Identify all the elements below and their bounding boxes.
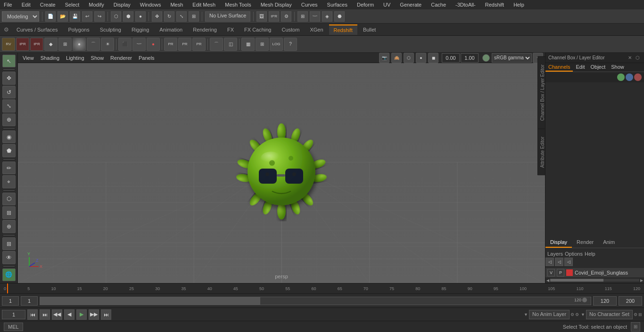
snap-grid-btn[interactable]: ⊞	[297, 11, 308, 22]
layer-color-swatch[interactable]	[566, 269, 573, 276]
transport-prev-frame[interactable]: ◀	[64, 309, 74, 320]
layer-v-btn[interactable]: V	[547, 269, 555, 276]
rs-render-btn[interactable]: RV	[2, 38, 15, 51]
char-set-arrow[interactable]: ▼	[581, 312, 585, 317]
layers-options-btn[interactable]: Options	[565, 251, 583, 257]
tab-animation[interactable]: Animation	[155, 24, 187, 34]
show-hide-btn[interactable]: 👁	[2, 251, 16, 264]
scale-tool[interactable]: ⤡	[2, 99, 16, 112]
menu-mesh-tools[interactable]: Mesh Tools	[223, 1, 253, 8]
render-view-btn[interactable]: 🖼	[256, 11, 267, 22]
layer-add-anim-btn[interactable]: ◁	[555, 258, 563, 266]
vt-lighting[interactable]: Lighting	[63, 54, 87, 62]
vt-panels[interactable]: Panels	[136, 54, 157, 62]
vtab-attribute-editor[interactable]: Attribute Editor	[538, 129, 545, 175]
rp-close-btn[interactable]: ✕	[627, 55, 633, 61]
menu-create[interactable]: Create	[38, 1, 58, 8]
snap-btn[interactable]: ⊞	[2, 206, 16, 219]
select-btn[interactable]: ⬡	[111, 11, 121, 22]
anim-layer-label[interactable]: No Anim Layer	[529, 310, 570, 319]
anim-layer-options[interactable]: ⚙	[575, 312, 579, 317]
rp-scroll-left-btn[interactable]: ◀	[546, 278, 549, 283]
tab-sculpting[interactable]: Sculpting	[95, 24, 126, 34]
transport-step-back[interactable]: ⏭	[40, 309, 50, 320]
tab-fx[interactable]: FX	[223, 24, 239, 34]
end-frame-input[interactable]	[593, 296, 617, 306]
layer-p-btn[interactable]: P	[557, 269, 564, 276]
transport-prev-key[interactable]: ◀◀	[52, 309, 62, 320]
start-frame-input[interactable]	[2, 296, 19, 306]
tab-rendering[interactable]: Rendering	[188, 24, 222, 34]
vt-wireframe-btn[interactable]: ⬡	[404, 53, 414, 63]
live-surface-btn[interactable]: No Live Surface	[205, 11, 250, 22]
transform-btn[interactable]: ⊞	[189, 11, 199, 22]
move-btn[interactable]: ✥	[152, 11, 162, 22]
menu-windows[interactable]: Windows	[138, 1, 163, 8]
rs-ipr2-btn[interactable]: IPR	[30, 38, 43, 51]
tab-bullet[interactable]: Bullet	[358, 24, 381, 34]
render-seq-btn[interactable]: ⚙	[281, 11, 291, 22]
paint-btn[interactable]: ●	[135, 11, 146, 22]
rotation-field[interactable]	[442, 53, 460, 63]
menu-generate[interactable]: Generate	[398, 1, 423, 8]
vt-show[interactable]: Show	[88, 54, 107, 62]
scale-btn[interactable]: ⤡	[176, 11, 187, 22]
vt-smooth-btn[interactable]: ●	[416, 53, 426, 63]
open-scene-btn[interactable]: 📂	[58, 11, 68, 22]
paint-tool[interactable]: ✏	[2, 162, 16, 174]
range-end-input[interactable]	[619, 296, 642, 306]
tab-xgen[interactable]: XGen	[305, 24, 328, 34]
language-selector[interactable]: MEL	[4, 323, 23, 331]
tab-polygons[interactable]: Polygons	[63, 24, 94, 34]
menu-mesh-display[interactable]: Mesh Display	[259, 1, 294, 8]
vtab-channel-box[interactable]: Channel Box / Layer Editor	[538, 57, 545, 129]
color-space-select[interactable]: sRGB gamma	[492, 53, 532, 63]
menu-edit-mesh[interactable]: Edit Mesh	[190, 1, 217, 8]
rs-wave-btn[interactable]: 〰	[132, 38, 146, 51]
select-region-btn[interactable]: ⬡	[2, 193, 16, 205]
rs-aov-btn[interactable]: ◫	[224, 38, 237, 51]
menu-deform[interactable]: Deform	[355, 1, 376, 8]
menu-cache[interactable]: Cache	[429, 1, 448, 8]
snap-curve-btn[interactable]: 〰	[310, 11, 320, 22]
rs-circle-btn[interactable]: ●	[147, 38, 160, 51]
rs-pr1-btn[interactable]: PR	[164, 38, 177, 51]
menu-uv[interactable]: UV	[381, 1, 392, 8]
rs-node1-btn[interactable]: ▦	[241, 38, 255, 51]
menu-redshift[interactable]: Redshift	[483, 1, 506, 8]
rotate-btn[interactable]: ↻	[164, 11, 174, 22]
snap-surface-btn[interactable]: ⬣	[334, 11, 345, 22]
rs-cube-btn[interactable]: ⬛	[118, 38, 132, 51]
move-tool[interactable]: ✥	[2, 72, 16, 84]
menu-file[interactable]: File	[2, 1, 14, 8]
layers-help-btn[interactable]: Help	[585, 251, 595, 257]
rs-dome-btn[interactable]: ⌒	[87, 38, 100, 51]
rp-scroll-right-btn[interactable]: ▶	[640, 278, 643, 283]
char-set-options[interactable]: ⊞	[638, 312, 642, 317]
layer-add-btn[interactable]: ◁	[545, 258, 554, 266]
lasso-btn[interactable]: ⬢	[123, 11, 133, 22]
vt-shading[interactable]: Shading	[38, 54, 62, 62]
tab-redshift[interactable]: Redshift	[329, 24, 357, 35]
universal-tool[interactable]: ⊕	[2, 113, 16, 126]
rs-pr3-btn[interactable]: PR	[192, 38, 206, 51]
select-tool[interactable]: ↖	[2, 55, 16, 67]
menu-modify[interactable]: Modify	[87, 1, 106, 8]
anim-layer-arrow[interactable]: ▼	[524, 312, 528, 317]
rs-grid-btn[interactable]: ⊞	[58, 38, 72, 51]
current-frame-input[interactable]: 1	[2, 310, 25, 319]
rs-help-btn[interactable]: ?	[284, 38, 297, 51]
workspace-dropdown[interactable]: Modeling	[2, 11, 39, 22]
soft-select-tool[interactable]: ◉	[2, 130, 16, 143]
lasso-tool[interactable]: ⬟	[2, 144, 16, 157]
vt-hide-btn[interactable]: 🙈	[391, 53, 402, 63]
vt-renderer[interactable]: Renderer	[107, 54, 135, 62]
save-scene-btn[interactable]: 💾	[70, 11, 80, 22]
ipr-btn[interactable]: IPR	[269, 11, 279, 22]
transport-play-fwd[interactable]: ▶	[76, 309, 87, 320]
rp-blue-icon[interactable]	[626, 73, 633, 81]
rs-bowl-btn[interactable]: ⌒	[210, 38, 223, 51]
rotate-tool[interactable]: ↺	[2, 86, 16, 98]
scale-field[interactable]	[461, 53, 479, 63]
layers-btn[interactable]: Layers	[547, 251, 563, 257]
